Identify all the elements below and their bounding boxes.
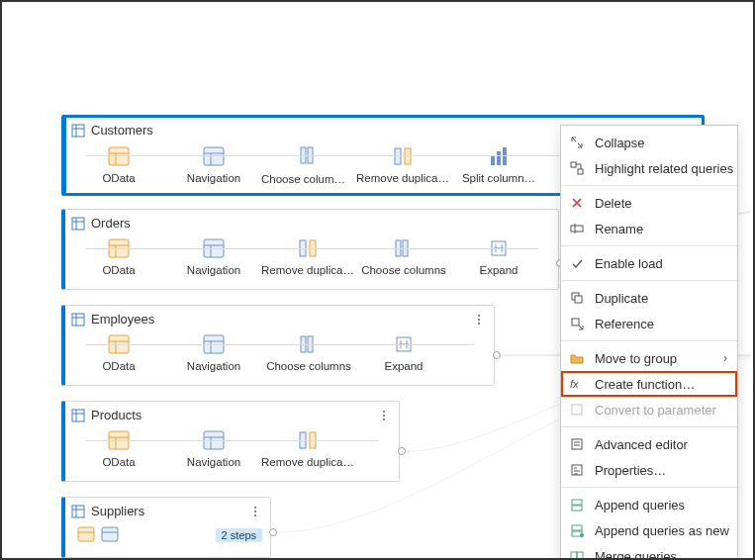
table-icon bbox=[71, 505, 85, 518]
collapsed-step-icons bbox=[73, 526, 119, 544]
menu-append-queries-new[interactable]: Append queries as new bbox=[561, 517, 737, 543]
svg-rect-56 bbox=[78, 527, 94, 541]
steps-badge: 2 steps bbox=[216, 528, 262, 542]
output-port[interactable] bbox=[493, 351, 501, 359]
query-card-suppliers[interactable]: Suppliers 2 steps bbox=[61, 497, 271, 558]
output-port[interactable] bbox=[269, 528, 277, 536]
svg-text:fx: fx bbox=[570, 378, 579, 390]
svg-rect-30 bbox=[72, 314, 84, 326]
svg-rect-53 bbox=[72, 506, 84, 517]
chevron-right-icon: › bbox=[723, 351, 727, 365]
menu-convert-to-parameter: Convert to parameter bbox=[561, 397, 737, 422]
step-remove-duplicates[interactable]: Remove duplicat… bbox=[356, 144, 451, 184]
svg-rect-11 bbox=[395, 148, 401, 164]
svg-rect-82 bbox=[577, 552, 583, 560]
svg-rect-81 bbox=[571, 552, 577, 560]
table-icon bbox=[71, 313, 85, 327]
menu-merge-queries[interactable]: Merge queries bbox=[561, 543, 737, 560]
menu-create-function[interactable]: fxCreate function… bbox=[561, 371, 737, 397]
svg-rect-66 bbox=[572, 319, 579, 326]
query-card-products[interactable]: Products OData Navigation Remove duplica… bbox=[61, 401, 400, 482]
step-odata[interactable]: OData bbox=[71, 332, 166, 372]
svg-rect-76 bbox=[572, 500, 582, 505]
menu-append-queries[interactable]: Append queries bbox=[561, 492, 737, 517]
step-navigation[interactable]: Navigation bbox=[166, 144, 261, 184]
context-menu: Collapse Highlight related queries Delet… bbox=[560, 125, 738, 560]
svg-rect-61 bbox=[578, 169, 583, 174]
svg-rect-65 bbox=[575, 296, 582, 303]
svg-rect-0 bbox=[72, 125, 84, 137]
query-title: Suppliers bbox=[91, 504, 144, 518]
step-odata[interactable]: OData bbox=[71, 236, 166, 276]
svg-rect-6 bbox=[204, 147, 224, 165]
svg-rect-14 bbox=[497, 151, 501, 165]
table-icon bbox=[71, 409, 85, 422]
svg-rect-15 bbox=[503, 147, 507, 165]
svg-rect-13 bbox=[491, 155, 495, 165]
svg-rect-12 bbox=[405, 148, 411, 164]
query-title: Customers bbox=[91, 123, 153, 138]
menu-delete[interactable]: Delete bbox=[561, 190, 737, 216]
query-card-employees[interactable]: Employees OData Navigation Choose column… bbox=[61, 305, 495, 386]
svg-rect-3 bbox=[109, 147, 129, 165]
svg-rect-62 bbox=[571, 226, 583, 232]
step-odata[interactable]: OData bbox=[71, 144, 166, 184]
query-title: Orders bbox=[91, 216, 131, 231]
menu-rename[interactable]: Rename bbox=[561, 216, 737, 241]
step-navigation[interactable]: Navigation bbox=[166, 428, 261, 468]
svg-rect-68 bbox=[572, 405, 582, 415]
diagram-canvas[interactable]: Customers OData Navigation Choose colum… bbox=[2, 14, 753, 558]
output-port[interactable] bbox=[398, 447, 406, 455]
step-expand[interactable]: Expand bbox=[451, 236, 546, 276]
menu-collapse[interactable]: Collapse bbox=[561, 130, 737, 155]
menu-highlight-related[interactable]: Highlight related queries bbox=[561, 155, 737, 181]
menu-properties[interactable]: Properties… bbox=[561, 457, 737, 483]
svg-rect-58 bbox=[102, 527, 118, 541]
query-title: Products bbox=[91, 408, 142, 422]
menu-enable-load[interactable]: Enable load bbox=[561, 250, 737, 276]
svg-rect-60 bbox=[571, 162, 576, 167]
menu-advanced-editor[interactable]: Advanced editor bbox=[561, 431, 737, 457]
query-card-orders[interactable]: Orders OData Navigation Remove duplicat…… bbox=[61, 209, 559, 290]
step-choose-columns[interactable]: Choose columns bbox=[356, 236, 451, 276]
svg-point-80 bbox=[580, 533, 584, 537]
step-navigation[interactable]: Navigation bbox=[166, 332, 261, 372]
more-icon[interactable] bbox=[377, 409, 391, 422]
query-title: Employees bbox=[91, 312, 154, 327]
step-choose-columns[interactable]: Choose columns bbox=[261, 332, 356, 372]
step-split-column[interactable]: Split column… bbox=[451, 144, 546, 184]
table-icon bbox=[71, 217, 85, 231]
table-icon bbox=[71, 124, 85, 138]
step-expand[interactable]: Expand bbox=[356, 332, 451, 372]
svg-rect-78 bbox=[572, 525, 582, 530]
step-navigation[interactable]: Navigation bbox=[166, 236, 261, 276]
more-icon[interactable] bbox=[472, 313, 486, 327]
more-icon[interactable] bbox=[248, 505, 262, 518]
step-remove-duplicates[interactable]: Remove duplicat… bbox=[261, 428, 356, 468]
svg-rect-42 bbox=[72, 410, 84, 421]
step-odata[interactable]: OData bbox=[71, 428, 166, 468]
step-choose-columns[interactable]: Choose colum… bbox=[261, 143, 356, 185]
svg-rect-77 bbox=[572, 506, 582, 511]
step-remove-duplicates[interactable]: Remove duplicat… bbox=[261, 236, 356, 276]
menu-duplicate[interactable]: Duplicate bbox=[561, 285, 737, 311]
menu-move-to-group[interactable]: Move to group› bbox=[561, 345, 737, 371]
svg-rect-16 bbox=[72, 218, 84, 230]
svg-rect-69 bbox=[572, 439, 582, 449]
menu-reference[interactable]: Reference bbox=[561, 311, 737, 336]
